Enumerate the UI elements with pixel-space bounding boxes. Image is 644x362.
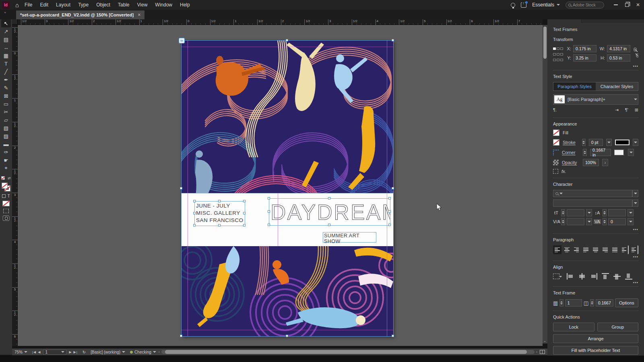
default-swatches-icon[interactable] <box>1 176 5 180</box>
scissors-tool[interactable]: ✂ <box>1 108 11 116</box>
align-top-button[interactable] <box>601 273 609 280</box>
home-icon[interactable]: ⌂ <box>15 2 19 8</box>
horizontal-scrollbar[interactable] <box>161 349 535 355</box>
postcard-bottom-artwork[interactable] <box>181 246 394 337</box>
selection-handle[interactable] <box>328 224 330 226</box>
kerning-dropdown[interactable] <box>586 218 592 225</box>
new-style-icon[interactable]: ⊞ <box>635 107 638 113</box>
menu-view[interactable]: View <box>137 2 148 8</box>
selection-tool[interactable]: ↖ <box>1 19 11 27</box>
align-more-icon[interactable]: ••• <box>633 280 638 285</box>
transform-more-icon[interactable]: ••• <box>633 64 638 68</box>
pen-tool[interactable]: ✒ <box>1 76 11 84</box>
document-canvas[interactable]: ∞ JUNE - JULY MISC. GALLERY SAN FRANCISC… <box>18 25 543 346</box>
stock-search-input[interactable]: Adobe Stock <box>566 2 604 8</box>
hand-tool[interactable]: ☛ <box>1 156 11 164</box>
selection-handle[interactable] <box>268 210 270 213</box>
font-family-dropdown[interactable] <box>553 190 632 197</box>
learn-icon[interactable] <box>511 3 515 7</box>
stroke-weight-dropdown[interactable] <box>606 139 612 146</box>
last-page-button[interactable]: ▶| <box>74 350 78 354</box>
selection-handle[interactable] <box>388 210 391 213</box>
gradient-tool[interactable]: ▧ <box>1 124 11 132</box>
text-frame-subtitle[interactable]: SUMMER ART SHOW <box>323 232 376 243</box>
align-left-button[interactable] <box>553 245 561 254</box>
menu-help[interactable]: Help <box>180 2 190 8</box>
selection-handle[interactable] <box>193 224 196 226</box>
align-h-center-button[interactable] <box>578 273 586 280</box>
selection-handle[interactable] <box>328 197 330 200</box>
gutter-field[interactable]: 0.1667 <box>596 299 613 306</box>
selection-handle[interactable] <box>268 224 270 226</box>
tab-close-icon[interactable]: × <box>138 12 140 18</box>
paragraph-mark-icon[interactable]: ¶. <box>553 107 557 113</box>
fx-label[interactable]: fx. <box>561 169 566 174</box>
horizontal-scrollbar-thumb[interactable] <box>165 350 527 354</box>
stroke-color-swatch[interactable] <box>615 140 630 145</box>
share-icon[interactable] <box>521 2 526 8</box>
selection-handle[interactable] <box>243 200 246 202</box>
corner-style-dropdown[interactable] <box>628 149 634 156</box>
menu-type[interactable]: Type <box>78 2 89 8</box>
lock-button[interactable]: Lock <box>553 323 594 331</box>
font-family-expand[interactable] <box>632 190 638 197</box>
prev-page-button[interactable]: ◀ <box>38 350 41 354</box>
selection-handle[interactable] <box>218 224 221 226</box>
text-frame-venue[interactable]: JUNE - JULY MISC. GALLERY SAN FRANCISCO <box>194 201 245 226</box>
pencil-tool[interactable]: ✎ <box>1 84 11 92</box>
minimize-button[interactable] <box>614 4 618 5</box>
align-v-center-button[interactable] <box>613 273 621 280</box>
selection-handle[interactable] <box>193 212 196 214</box>
selection-handle[interactable] <box>243 212 246 214</box>
stroke-color-dropdown[interactable] <box>633 139 638 146</box>
menu-edit[interactable]: Edit <box>40 2 48 8</box>
free-transform-tool[interactable]: ▱ <box>1 116 11 124</box>
character-more-icon[interactable]: ••• <box>633 227 638 232</box>
corner-style-swatch[interactable] <box>614 150 625 155</box>
paragraph-styles-tab[interactable]: Paragraph Styles <box>553 82 596 90</box>
selection-handle[interactable] <box>388 224 391 226</box>
font-style-dropdown[interactable] <box>553 200 632 207</box>
zoom-tool[interactable]: ⌖ <box>1 164 11 172</box>
corner-radius-field[interactable]: 0.1667 in <box>590 149 611 156</box>
corner-label[interactable]: Corner <box>562 150 580 155</box>
justify-center-button[interactable] <box>591 245 600 254</box>
formatting-affects-container-icon[interactable] <box>2 194 6 198</box>
selection-handle[interactable] <box>193 200 196 202</box>
text-frame-options-button[interactable]: Options <box>615 298 638 307</box>
selection-handle[interactable] <box>218 200 221 202</box>
align-bottom-button[interactable] <box>625 273 633 280</box>
eyedropper-tool[interactable]: ✑ <box>1 148 11 156</box>
preflight-status-control[interactable]: Checking <box>128 350 159 354</box>
kerning-field[interactable] <box>567 218 584 225</box>
postcard-top-artwork[interactable] <box>181 40 394 193</box>
selection-handle[interactable] <box>243 224 246 226</box>
line-tool[interactable]: ╱ <box>1 68 11 76</box>
next-page-button[interactable]: ▶ <box>69 350 72 354</box>
panel-expand-icon[interactable]: » <box>4 10 6 14</box>
opacity-field[interactable]: 100% <box>583 159 599 166</box>
group-button[interactable]: Group <box>597 323 639 331</box>
frame-tool[interactable]: ⊠ <box>1 92 11 100</box>
restore-button[interactable] <box>625 3 629 7</box>
document-tab[interactable]: *set-up-a-postcard_END_V2.indd @ 150% [C… <box>16 10 144 19</box>
redefine-style-icon[interactable]: ⇥ <box>615 107 619 113</box>
font-size-dropdown[interactable] <box>586 209 592 216</box>
menu-file[interactable]: File <box>25 2 32 8</box>
fill-stroke-control[interactable] <box>2 183 10 191</box>
align-right-button[interactable] <box>572 245 581 254</box>
leading-field[interactable] <box>608 209 626 216</box>
menu-window[interactable]: Window <box>155 2 172 8</box>
reference-point-selector[interactable] <box>553 47 563 64</box>
content-collector-tool[interactable]: ▦ <box>1 51 11 60</box>
height-field[interactable]: 0.53 in <box>607 54 630 62</box>
style-override-icon[interactable]: ¶' <box>625 107 628 113</box>
width-field[interactable]: 4.1317 in <box>607 45 630 52</box>
font-size-stepper[interactable] <box>561 209 565 216</box>
justify-right-button[interactable] <box>601 245 609 254</box>
font-size-field[interactable] <box>567 209 584 216</box>
tracking-dropdown[interactable] <box>627 218 634 225</box>
menu-object[interactable]: Object <box>96 2 110 8</box>
fill-proxy-none[interactable] <box>2 183 8 189</box>
horizontal-ruler[interactable]: 1/231/221/211/201/211/221/231/241/251/26… <box>12 19 543 25</box>
